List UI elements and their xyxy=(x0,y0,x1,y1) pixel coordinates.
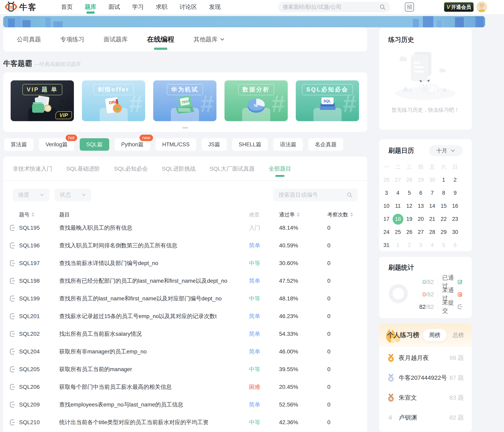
table-row[interactable]: SQL195 查找最晚入职员工的所有信息 入门 48.14% 0 xyxy=(9,219,361,237)
problem-title[interactable]: 统计出当前各个title类型对应的员工当前薪水对应的平均工资 xyxy=(59,419,249,426)
slide-sql-must-know[interactable]: # SQL必知必会 SQL xyxy=(296,80,359,121)
calendar-day[interactable]: 7 xyxy=(426,186,438,200)
calendar-day[interactable]: 26 xyxy=(381,173,392,186)
pill-top-company[interactable]: 名企真题 xyxy=(308,138,343,151)
ranking-row-2[interactable]: 牛客207444922号 87 题 xyxy=(387,368,464,388)
calendar-day[interactable]: 15 xyxy=(438,200,449,212)
slide-vip-list[interactable]: # VIP 题 单 VIP xyxy=(11,80,74,121)
pill-verilog[interactable]: Verilog篇 hot xyxy=(39,138,74,151)
carousel-pagination[interactable] xyxy=(182,127,188,129)
nav-item-home[interactable]: 首页 xyxy=(61,0,73,14)
nav-item-interview[interactable]: 面试 xyxy=(108,0,120,14)
problem-title[interactable]: 查找所有已经分配部门的员工的last_name和first_name以及dept… xyxy=(59,277,249,285)
problem-search-input[interactable]: 搜索题目或编号 xyxy=(273,188,358,201)
pill-js[interactable]: JS篇 xyxy=(202,138,227,151)
calendar-day[interactable]: 3 xyxy=(415,239,426,252)
problem-title[interactable]: 查找当前薪水详情以及部门编号dept_no xyxy=(59,259,249,267)
calendar-day[interactable]: 30 xyxy=(449,226,461,239)
calendar-day[interactable]: 2 xyxy=(449,173,461,186)
calendar-day[interactable]: 1 xyxy=(392,239,404,252)
slide-data-analysis[interactable]: # 数据分析 % xyxy=(225,80,288,121)
promo-banner[interactable] xyxy=(3,16,485,27)
calendar-day[interactable]: 19 xyxy=(404,212,415,226)
table-row[interactable]: SQL201 查找薪水记录超过15条的员工号emp_no以及其对应的记录次数t … xyxy=(9,307,361,325)
header-count[interactable]: 考察次数 xyxy=(327,211,353,218)
calendar-day[interactable]: 29 xyxy=(415,173,426,186)
calendar-day[interactable]: 24 xyxy=(381,226,392,239)
subtab-sql-bigtech[interactable]: SQL大厂面试真题 xyxy=(210,165,255,177)
pill-sql[interactable]: SQL篇 xyxy=(80,138,109,151)
pill-shell[interactable]: SHELL篇 xyxy=(232,138,268,151)
ranking-row-4[interactable]: 4 卢钏渊 82 题 xyxy=(387,408,464,428)
table-row[interactable]: SQL199 查找所有员工的last_name和first_name以及对应部门… xyxy=(9,290,361,307)
subtab-nontech[interactable]: 非技术快速入门 xyxy=(13,165,52,177)
calendar-day[interactable]: 23 xyxy=(449,212,461,226)
problem-title[interactable]: 查找employees表emp_no与last_name的员工信息 xyxy=(59,401,249,408)
calendar-day[interactable]: 10 xyxy=(381,200,392,212)
calendar-day[interactable]: 14 xyxy=(426,200,438,212)
pill-grammar[interactable]: 语法篇 xyxy=(273,138,303,151)
calendar-day[interactable]: 4 xyxy=(392,186,404,200)
table-row[interactable]: SQL204 获取所有非manager的员工emp_no 简单 46.00% 0 xyxy=(9,343,361,360)
slide-huawei-test[interactable]: # 华为机试 TEST xyxy=(153,80,216,121)
tab-weekly-rank[interactable]: 周榜 xyxy=(423,329,447,341)
pill-html-css[interactable]: HTML/CSS xyxy=(156,138,196,151)
calendar-day[interactable]: 18 xyxy=(392,212,404,226)
problem-title[interactable]: 查找薪水记录超过15条的员工号emp_no以及其对应的记录次数t xyxy=(59,313,249,320)
table-row[interactable]: SQL202 找出所有员工当前薪水salary情况 简单 54.33% 0 xyxy=(9,325,361,343)
ranking-row-1[interactable]: 夜月越月夜 98 题 xyxy=(387,348,464,368)
problem-title[interactable]: 获取所有员工当前的manager xyxy=(59,366,249,373)
nav-item-question-bank[interactable]: 题库 xyxy=(85,0,96,14)
calendar-day[interactable]: 27 xyxy=(392,173,404,186)
calendar-day[interactable]: 28 xyxy=(426,226,438,239)
tab-other-banks[interactable]: 其他题库 xyxy=(194,27,225,51)
subtab-sql-advance[interactable]: SQL进阶挑战 xyxy=(162,165,196,177)
calendar-day[interactable]: 9 xyxy=(449,186,461,200)
calendar-day[interactable]: 21 xyxy=(426,212,438,226)
table-row[interactable]: SQL209 查找employees表emp_no与last_name的员工信息… xyxy=(9,396,361,414)
calendar-day[interactable]: 6 xyxy=(449,239,461,252)
nav-item-learn[interactable]: 学习 xyxy=(132,0,144,14)
tab-total-rank[interactable]: 总榜 xyxy=(453,331,464,339)
calendar-day[interactable]: 20 xyxy=(415,212,426,226)
recruit-icon[interactable]: 招 xyxy=(405,2,414,12)
nav-item-jobs[interactable]: 求职 xyxy=(156,0,167,14)
pill-algorithm[interactable]: 算法篇 xyxy=(4,138,34,151)
subtab-sql-must[interactable]: SQL必知必会 xyxy=(114,165,148,177)
header-pass-rate[interactable]: 通过率 xyxy=(279,211,327,218)
table-row[interactable]: SQL205 获取所有员工当前的manager 中等 39.55% 0 xyxy=(9,360,361,378)
difficulty-filter-select[interactable]: 难度 xyxy=(13,188,49,201)
calendar-day[interactable]: 28 xyxy=(404,173,415,186)
user-avatar[interactable] xyxy=(476,1,487,12)
calendar-day[interactable]: 5 xyxy=(404,186,415,200)
tab-online-coding[interactable]: 在线编程 xyxy=(147,27,174,51)
problem-title[interactable]: 查找最晚入职员工的所有信息 xyxy=(59,224,249,232)
calendar-day[interactable]: 29 xyxy=(438,226,449,239)
nav-item-discover[interactable]: 发现 xyxy=(209,0,221,14)
status-filter-select[interactable]: 状态 xyxy=(55,188,91,201)
table-row[interactable]: SQL206 获取每个部门中当前员工薪水最高的相关信息 困难 20.45% 0 xyxy=(9,378,361,396)
calendar-day[interactable]: 27 xyxy=(415,226,426,239)
problem-title[interactable]: 查找入职员工时间排名倒数第三的员工所有信息 xyxy=(59,242,249,249)
calendar-day[interactable]: 12 xyxy=(404,200,415,212)
calendar-day[interactable]: 26 xyxy=(404,226,415,239)
calendar-day[interactable]: 30 xyxy=(426,173,438,186)
subtab-all[interactable]: 全部题目 xyxy=(269,165,291,177)
table-row[interactable]: SQL198 查找所有已经分配部门的员工的last_name和first_nam… xyxy=(9,272,361,290)
ranking-row-3[interactable]: 朱宣文 83 题 xyxy=(387,388,464,408)
tab-interview-bank[interactable]: 面试题库 xyxy=(104,27,128,51)
problem-title[interactable]: 找出所有员工当前薪水salary情况 xyxy=(59,330,249,338)
calendar-day[interactable]: 31 xyxy=(381,239,392,252)
slide-jianzhi-offer[interactable]: # 剑指offer Offer xyxy=(82,80,145,121)
header-id[interactable]: 题号 xyxy=(19,211,59,218)
problem-title[interactable]: 获取所有非manager的员工emp_no xyxy=(59,348,249,355)
tab-company-questions[interactable]: 公司真题 xyxy=(17,27,41,51)
tab-special-practice[interactable]: 专项练习 xyxy=(60,27,84,51)
problem-title[interactable]: 查找所有员工的last_name和first_name以及对应部门编号dept_… xyxy=(59,295,249,302)
calendar-day[interactable]: 25 xyxy=(392,226,404,239)
pill-python[interactable]: Python篇 new xyxy=(115,138,150,151)
calendar-day[interactable]: 6 xyxy=(415,186,426,200)
table-row[interactable]: SQL196 查找入职员工时间排名倒数第三的员工所有信息 简单 40.59% 0 xyxy=(9,237,361,254)
table-row[interactable]: SQL210 统计出当前各个title类型对应的员工当前薪水对应的平均工资 中等… xyxy=(9,414,361,431)
calendar-day[interactable]: 1 xyxy=(438,173,449,186)
